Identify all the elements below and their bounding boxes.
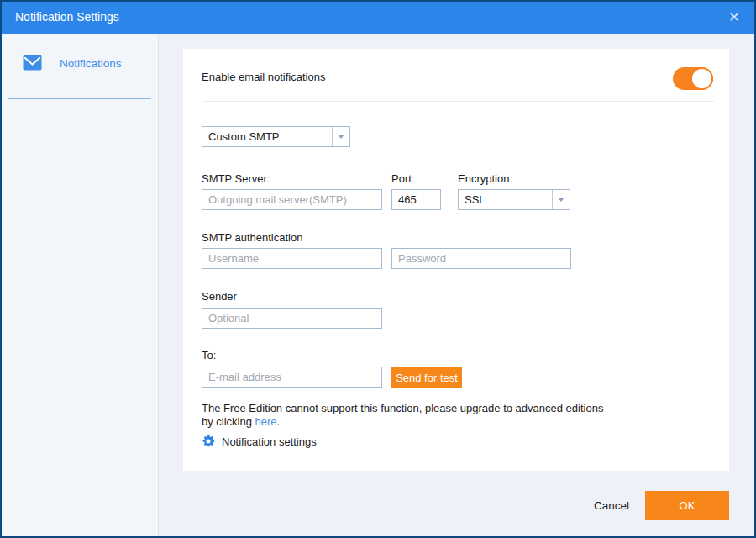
envelope-icon [23, 55, 42, 74]
window-title: Notification Settings [15, 10, 119, 24]
sender-label: Sender [202, 290, 237, 303]
divider [202, 101, 714, 102]
smtp-auth-label: SMTP authentication [202, 231, 302, 244]
sidebar-active-underline [8, 98, 151, 99]
ok-button[interactable]: OK [645, 491, 729, 520]
sidebar: Notifications [0, 34, 159, 538]
notice-line1: The Free Edition cannot support this fun… [202, 402, 603, 414]
notice-suffix: . [277, 415, 281, 428]
send-for-test-button[interactable]: Send for test [391, 367, 462, 388]
username-input[interactable] [202, 248, 382, 269]
encryption-dropdown[interactable]: SSL [458, 189, 570, 210]
enable-email-toggle[interactable] [673, 67, 713, 90]
encryption-label: Encryption: [458, 172, 512, 185]
smtp-type-selected: Custom SMTP [202, 130, 332, 143]
smtp-type-dropdown[interactable]: Custom SMTP [202, 126, 350, 147]
settings-card: Enable email notifications Custom SMTP S… [183, 49, 729, 471]
notification-settings-link[interactable]: Notification settings [202, 433, 317, 450]
chevron-down-icon [332, 127, 349, 146]
cancel-button[interactable]: Cancel [586, 494, 637, 516]
upgrade-here-link[interactable]: here [255, 415, 277, 428]
titlebar: Notification Settings ✕ [0, 0, 756, 34]
port-label: Port: [391, 172, 414, 185]
notification-settings-dialog: Notification Settings ✕ Notifications En… [0, 0, 756, 538]
port-input[interactable] [391, 189, 441, 210]
sender-input[interactable] [202, 308, 382, 329]
to-input[interactable] [202, 367, 382, 388]
notice-line2: by clicking [202, 415, 255, 428]
to-label: To: [202, 349, 216, 361]
password-input[interactable] [391, 248, 571, 269]
notification-settings-label: Notification settings [222, 435, 317, 448]
encryption-selected: SSL [459, 193, 552, 206]
smtp-server-label: SMTP Server: [202, 172, 270, 185]
sidebar-item-label: Notifications [60, 57, 122, 70]
enable-email-label: Enable email notifications [202, 71, 325, 83]
chevron-down-icon [552, 190, 570, 209]
toggle-knob [690, 67, 713, 90]
sidebar-item-notifications[interactable]: Notifications [0, 49, 158, 84]
smtp-server-input[interactable] [202, 189, 382, 210]
gear-icon [202, 435, 215, 448]
free-edition-notice: The Free Edition cannot support this fun… [202, 402, 603, 429]
close-icon[interactable]: ✕ [719, 0, 749, 34]
